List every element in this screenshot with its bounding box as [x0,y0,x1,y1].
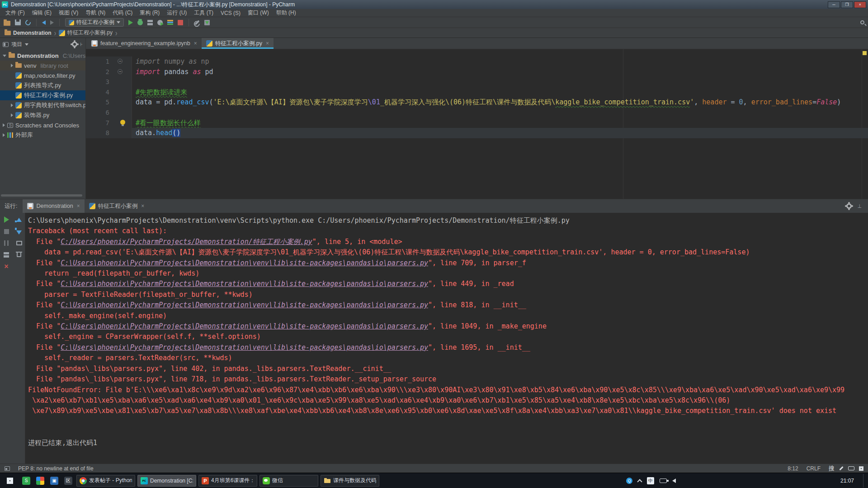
close-tab-icon[interactable]: × [77,203,80,209]
stop-button[interactable] [178,20,183,25]
run-settings-gear-icon[interactable] [846,203,852,209]
taskbar-button-2[interactable]: P4月班第6课课件：特... [198,475,257,487]
menu-item-1[interactable]: 编辑 (E) [28,9,55,17]
close-tab-icon[interactable]: × [141,203,144,209]
tree-item[interactable]: Scratches and Consoles [0,120,85,130]
close-tab-icon[interactable]: × [266,40,269,47]
tree-item[interactable]: 装饰器.py [0,110,85,120]
code-line[interactable]: 3 [86,77,868,87]
quicklaunch-grid-app[interactable] [34,475,46,487]
debug-button[interactable] [137,20,143,25]
menu-item-10[interactable]: 帮助 (H) [273,9,300,17]
quicklaunch-blue-app[interactable]: ▣ [48,475,60,487]
open-icon[interactable] [4,21,10,26]
taskbar-clock[interactable]: 21:07 [840,478,858,484]
hide-panel-icon[interactable]: ⊥ [857,203,862,209]
down-stack-trace-button[interactable] [16,228,22,235]
tree-item[interactable]: DemonstrationC:\Users\phoeni [0,51,85,61]
fold-marker-icon[interactable]: − [118,59,123,64]
tree-item[interactable]: 外部库 [0,130,85,140]
code-line[interactable]: 4#先把数据读进来 [86,87,868,98]
quicklaunch-green-app[interactable]: S [20,475,32,487]
code-line[interactable]: 2−import pandas as pd [86,67,868,77]
close-console-button[interactable]: × [3,263,9,270]
tree-item[interactable]: 特征工程小案例.py [0,90,85,100]
chevron-down-icon[interactable] [25,43,28,46]
menu-item-3[interactable]: 导航 (N) [82,9,109,17]
editor-tab-1[interactable]: 特征工程小案例.py× [202,38,274,49]
menu-item-8[interactable]: VCS (S) [217,10,244,16]
editor-scrollbar[interactable] [862,49,868,199]
tree-arrow-icon[interactable] [3,55,6,57]
tray-chevron-up-icon[interactable] [637,479,642,484]
run-button[interactable] [128,20,133,25]
run-configuration-select[interactable]: 特征工程小案例 [65,18,124,27]
up-stack-trace-button[interactable] [16,216,22,223]
taskbar-button-3[interactable]: 微信 [259,475,318,487]
tree-item[interactable]: 用字典映射代替switch.py [0,100,85,110]
search-everywhere-icon[interactable] [860,20,864,24]
save-icon[interactable] [15,19,21,25]
title-bar[interactable]: PC Demonstration [C:\Users\phoenix\Pycha… [0,0,868,9]
console-file-link[interactable]: C:\Users\phoenix\PycharmProjects\Demonst… [61,280,428,288]
run-with-coverage-icon[interactable] [147,20,153,25]
close-button[interactable]: × [854,1,866,8]
console-file-link[interactable]: C:\Users\phoenix\PycharmProjects\Demonst… [61,259,428,267]
rerun-button[interactable] [3,216,9,223]
collapse-panel-icon[interactable]: ⊦ [80,42,83,47]
tree-arrow-icon[interactable] [11,113,13,117]
menu-item-5[interactable]: 重构 (R) [136,9,163,17]
breadcrumb-item[interactable]: Demonstration [5,30,52,36]
run-tab-1[interactable]: 特征工程小案例× [85,199,149,213]
tree-item[interactable]: venvlibrary root [0,61,85,70]
tree-arrow-icon[interactable] [11,103,13,107]
fold-marker-icon[interactable]: − [118,69,123,74]
taskbar-button-4[interactable]: 课件与数据及代码 [321,475,379,487]
ime-pen-icon[interactable] [839,466,843,470]
tree-arrow-icon[interactable] [3,133,5,137]
run-console[interactable]: C:\Users\phoenix\PycharmProjects\Demonst… [25,213,868,464]
editor-tab-0[interactable]: feature_engineering_example.ipynb× [87,38,202,49]
close-tab-icon[interactable]: × [194,40,197,47]
settings-wrench-icon[interactable] [194,20,199,25]
stop-button-dim[interactable] [3,228,9,235]
console-file-link[interactable]: C:\Users\phoenix\PycharmProjects\Demonst… [61,343,428,352]
restore-layout-button[interactable] [3,252,9,258]
tree-item[interactable]: 列表推导式.py [0,80,85,90]
maximize-button[interactable]: ❐ [841,1,853,8]
show-desktop-button[interactable] [863,474,866,488]
menu-item-9[interactable]: 窗口 (W) [244,9,273,17]
tray-ime-icon[interactable]: 中 [647,477,654,484]
minimize-button[interactable]: ─ [828,1,840,8]
gear-icon[interactable] [72,42,77,47]
menu-item-2[interactable]: 视图 (V) [55,9,82,17]
menu-item-7[interactable]: 工具 (T) [190,9,217,17]
code-line[interactable]: 1−import numpy as np [86,56,868,67]
volume-icon[interactable] [672,479,676,483]
intention-bulb-icon[interactable] [120,120,125,125]
concurrency-diagram-icon[interactable] [167,20,173,25]
taskbar-button-0[interactable]: 发表帖子 - Python... [76,475,135,487]
ime-keyboard-icon[interactable] [848,466,854,470]
menu-item-4[interactable]: 代码 (C) [109,9,136,17]
code-line[interactable]: 5data = pd.read_csv('E:\桌面文件源\【AI】资源包\麦子… [86,97,868,108]
sync-icon[interactable] [24,19,32,26]
toolwindow-quick-access-icon[interactable] [5,466,10,471]
horizontal-scrollbar[interactable] [1,194,82,197]
console-file-link[interactable]: C:\Users\phoenix\PycharmProjects\Demonst… [61,322,428,330]
update-install-icon[interactable] [204,20,210,25]
pause-output-button[interactable] [3,240,9,246]
code-line[interactable]: 7#看一眼数据长什么样 [86,118,868,128]
tree-item[interactable]: map,reduce,filter.py [0,70,85,80]
back-icon[interactable] [42,20,46,25]
caret-position[interactable]: 8:12 [788,465,798,472]
tree-arrow-icon[interactable] [11,64,13,67]
code-line[interactable]: 6 [86,108,868,118]
start-button[interactable] [2,474,18,487]
line-separator-indicator[interactable]: CRLF [807,465,821,472]
profiler-icon[interactable] [157,20,163,25]
ime-toolbox-icon[interactable] [859,466,863,471]
ime-sogou-icon[interactable]: 搜 [829,465,835,473]
console-file-link[interactable]: C:\Users\phoenix\PycharmProjects\Demonst… [61,301,428,309]
scroll-to-end-button[interactable] [16,252,22,258]
